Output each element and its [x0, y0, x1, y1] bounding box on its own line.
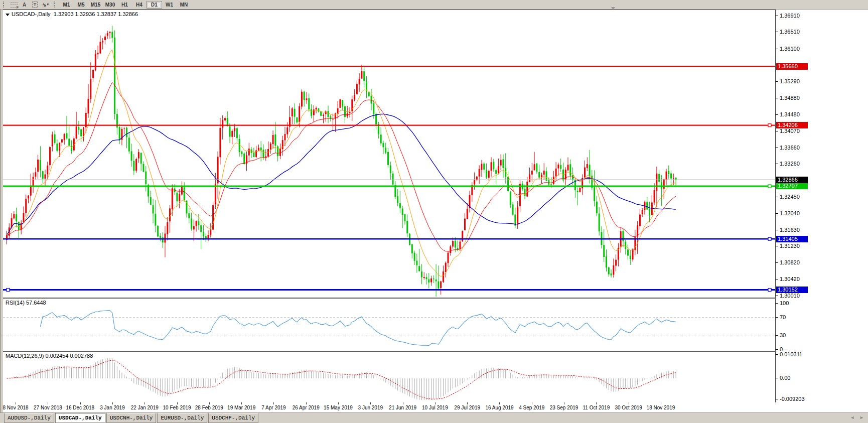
- price-chart-panel[interactable]: USDCAD-,Daily 1.32903 1.32936 1.32837 1.…: [3, 10, 776, 298]
- tab-scroll-right-icon[interactable]: ►: [859, 415, 864, 420]
- date-label: 10 Jul 2019: [422, 405, 448, 410]
- rsi-panel[interactable]: RSI(14) 57.6448: [3, 298, 776, 351]
- candlestick-chart-surface[interactable]: [3, 10, 775, 297]
- price-tick-label: 1.31230: [780, 243, 800, 249]
- axis-tick-mark: [776, 230, 778, 230]
- chart-tab-bar: AUDUSD-,DailyUSDCAD-,DailyUSDCNH-,DailyE…: [0, 412, 868, 423]
- date-tick-mark: [16, 402, 16, 404]
- date-tick-mark: [48, 402, 48, 404]
- date-tick-mark: [596, 402, 597, 404]
- hline-anchor[interactable]: [7, 289, 10, 292]
- price-line-label: 1.30152: [776, 287, 808, 293]
- hline-anchor[interactable]: [768, 237, 771, 240]
- hline-anchor[interactable]: [768, 185, 771, 188]
- price-tick-label: 1.34070: [780, 128, 800, 134]
- timeframe-button-m30[interactable]: M30: [103, 1, 117, 9]
- date-axis[interactable]: 8 Nov 201827 Nov 201816 Dec 20183 Jan 20…: [3, 402, 868, 412]
- rsi-chart-surface[interactable]: [3, 299, 775, 350]
- date-label: 18 Nov 2019: [647, 405, 675, 410]
- date-label: 4 Sep 2019: [519, 405, 544, 410]
- date-label: 27 Nov 2018: [34, 405, 62, 410]
- ohlc-low: 1.32837: [96, 11, 116, 17]
- date-tick-mark: [403, 402, 403, 404]
- timeframe-button-h4[interactable]: H4: [132, 1, 147, 9]
- arrows-icon[interactable]: ⇘ ▾: [40, 1, 51, 9]
- arrows-glyph: ⇘: [42, 2, 46, 8]
- timeframe-button-w1[interactable]: W1: [162, 1, 177, 9]
- date-label: 21 Jun 2019: [389, 405, 416, 410]
- price-line-label: 1.31405: [776, 236, 808, 242]
- macd-signal-line: [7, 360, 676, 399]
- tab-scroll-arrows: ◄ ►: [850, 415, 864, 420]
- hline-anchor[interactable]: [768, 124, 771, 127]
- date-tick-mark: [241, 402, 242, 404]
- macd-histogram: [7, 358, 676, 400]
- timeframe-group-grip[interactable]: [54, 2, 57, 8]
- date-tick-mark: [338, 402, 339, 404]
- rsi-label: RSI(14) 57.6448: [6, 300, 46, 306]
- axis-tick-mark: [776, 303, 778, 304]
- axis-tick-mark: [776, 296, 778, 296]
- symbol-dropdown-icon[interactable]: [6, 14, 10, 16]
- mt4-window: F A T ⇘ ▾ M1M5M15M30H1H4D1W1MN USDCAD-,D…: [0, 0, 868, 423]
- date-tick-mark: [629, 402, 629, 404]
- price-tick-label: 1.33660: [780, 145, 800, 151]
- date-label: 8 Nov 2018: [3, 405, 29, 410]
- timeframe-button-h1[interactable]: H1: [117, 1, 132, 9]
- timeframe-button-m5[interactable]: M5: [74, 1, 88, 9]
- date-tick-mark: [144, 402, 145, 404]
- price-tick-label: 1.30420: [780, 276, 800, 282]
- chart-tab-usdcnh[interactable]: USDCNH-,Daily: [106, 413, 157, 423]
- macd-label: MACD(12,26,9) 0.002454 0.002788: [6, 353, 93, 359]
- date-label: 26 Apr 2019: [293, 405, 320, 410]
- axis-tick-mark: [776, 349, 778, 350]
- timeframe-button-m1[interactable]: M1: [59, 1, 74, 9]
- chevron-down-icon[interactable]: ▾: [47, 3, 49, 7]
- axis-tick-mark: [776, 262, 778, 263]
- timeframe-button-d1[interactable]: D1: [147, 1, 162, 9]
- macd-chart-surface[interactable]: [3, 352, 775, 401]
- chart-tab-usdchf[interactable]: USDCHF-,Daily: [208, 413, 258, 423]
- timeframe-button-mn[interactable]: MN: [177, 1, 191, 9]
- price-axis[interactable]: 1.369101.365101.361001.352901.348801.344…: [776, 10, 868, 402]
- chart-tab-audusd[interactable]: AUDUSD-,Daily: [4, 413, 54, 423]
- axis-tick-mark: [776, 399, 778, 399]
- tab-scroll-left-icon[interactable]: ◄: [850, 415, 854, 420]
- date-label: 19 Mar 2019: [227, 405, 255, 410]
- chart-tab-eurusd[interactable]: EURUSD-,Daily: [157, 413, 207, 423]
- date-tick-mark: [532, 402, 532, 404]
- date-tick-mark: [370, 402, 371, 404]
- price-line-label: 1.32866: [776, 177, 808, 183]
- fibonacci-icon[interactable]: F: [9, 1, 19, 9]
- price-tick-label: 1.30820: [780, 259, 800, 265]
- toolbar-grip[interactable]: [3, 2, 7, 8]
- date-tick-mark: [273, 402, 274, 404]
- date-tick-mark: [661, 402, 661, 404]
- timeframe-buttons: M1M5M15M30H1H4D1W1MN: [59, 1, 191, 9]
- hline-anchor[interactable]: [768, 289, 771, 292]
- date-label: 11 Oct 2019: [583, 405, 610, 410]
- rsi-axis-label: 100: [780, 300, 789, 306]
- date-label: 16 Dec 2018: [66, 405, 94, 410]
- date-tick-mark: [80, 402, 81, 404]
- date-label: 28 Feb 2019: [195, 405, 223, 410]
- ohlc-high: 1.32936: [75, 11, 95, 17]
- macd-panel[interactable]: MACD(12,26,9) 0.002454 0.002788: [3, 351, 776, 403]
- axis-tick-mark: [776, 98, 778, 98]
- rsi-axis-label: 70: [780, 314, 786, 320]
- ma-fast-line: [7, 50, 676, 276]
- text-icon[interactable]: A: [19, 1, 30, 9]
- price-tick-label: 1.33260: [780, 161, 800, 167]
- chart-tab-usdcad[interactable]: USDCAD-,Daily: [55, 413, 105, 423]
- axis-tick-mark: [776, 114, 778, 115]
- timeframe-button-m15[interactable]: M15: [88, 1, 103, 9]
- axis-tick-mark: [776, 213, 778, 214]
- axis-tick-mark: [776, 378, 778, 378]
- price-tick-label: 1.34880: [780, 95, 800, 101]
- macd-axis-label: 0.00: [780, 375, 790, 381]
- date-label: 16 Aug 2019: [485, 405, 513, 410]
- toolbar: F A T ⇘ ▾ M1M5M15M30H1H4D1W1MN: [0, 0, 868, 10]
- price-line-label: 1.35660: [776, 63, 808, 70]
- date-label: 23 Sep 2019: [550, 405, 578, 410]
- text-label-icon[interactable]: T: [30, 1, 40, 9]
